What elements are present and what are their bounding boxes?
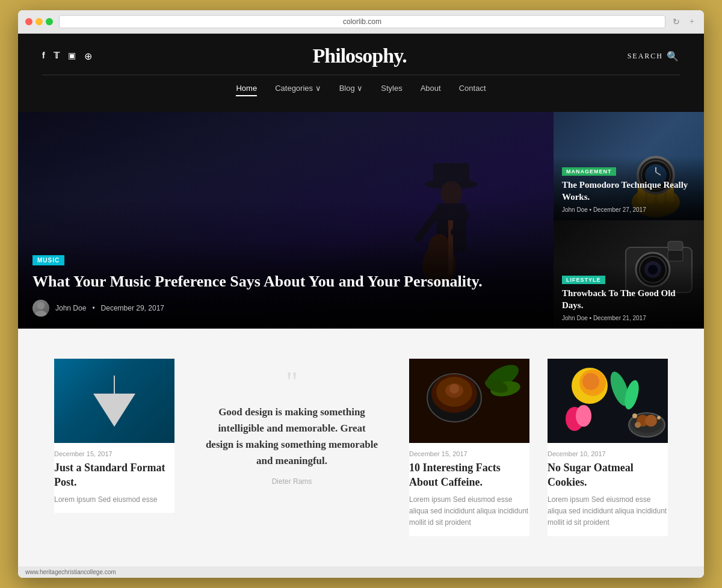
hero-main-card[interactable]: MUSIC What Your Music Preference Says Ab… — [18, 112, 554, 329]
side-card-1-title: The Pomodoro Technique Really Works. — [562, 179, 696, 203]
close-button[interactable] — [25, 18, 32, 25]
quote-mark-icon: " — [205, 371, 379, 394]
nav-home[interactable]: Home — [236, 81, 257, 96]
quote-text: Good design is making something intellig… — [205, 404, 379, 469]
browser-status-bar: www.heritagechristiancollege.com — [18, 566, 704, 578]
side-card-2-meta: John Doe • December 21, 2017 — [562, 315, 696, 321]
hero-overlay: MUSIC What Your Music Preference Says Ab… — [18, 242, 554, 329]
post-4-excerpt: Lorem ipsum Sed eiusmod esse aliqua sed … — [548, 494, 668, 529]
side-card-2-tag: LIFESTYLE — [562, 276, 605, 284]
post-3-date: December 15, 2017 — [409, 450, 529, 457]
post-3-excerpt: Lorem ipsum Sed eiusmod esse aliqua sed … — [409, 494, 529, 529]
nav-about[interactable]: About — [421, 81, 441, 96]
post-4-title[interactable]: No Sugar Oatmeal Cookies. — [548, 461, 668, 489]
quote-card: " Good design is making something intell… — [193, 359, 391, 498]
side-card-lifestyle[interactable]: LIFESTYLE Throwback To The Good Old Days… — [554, 220, 704, 329]
post-1-content: December 15, 2017 Just a Standard Format… — [54, 443, 174, 513]
author-avatar — [32, 300, 49, 317]
facebook-icon[interactable]: f — [42, 51, 45, 62]
new-tab-button[interactable]: + — [687, 17, 697, 26]
search-button[interactable]: SEARCH 🔍 — [628, 51, 680, 62]
maximize-button[interactable] — [46, 18, 53, 25]
side-card-1-overlay: MANAGEMENT The Pomodoro Technique Really… — [554, 158, 704, 220]
lamp-image — [54, 359, 174, 443]
nav-styles[interactable]: Styles — [381, 81, 402, 96]
instagram-icon[interactable]: ▣ — [68, 51, 76, 62]
search-icon: 🔍 — [667, 51, 680, 62]
search-label: SEARCH — [628, 52, 663, 61]
svg-point-10 — [35, 311, 47, 317]
content-section: December 15, 2017 Just a Standard Format… — [18, 329, 704, 566]
status-url: www.heritagechristiancollege.com — [25, 569, 116, 575]
post-4-date: December 10, 2017 — [548, 450, 668, 457]
side-card-2-overlay: LIFESTYLE Throwback To The Good Old Days… — [554, 266, 704, 329]
svg-point-9 — [37, 302, 45, 309]
content-grid: December 15, 2017 Just a Standard Format… — [54, 359, 668, 536]
site-title[interactable]: Philosophy. — [313, 45, 407, 67]
browser-chrome: colorlib.com ↻ + — [18, 10, 704, 34]
side-card-1-tag: MANAGEMENT — [562, 167, 616, 176]
hero-side-cards: MANAGEMENT The Pomodoro Technique Really… — [554, 112, 704, 329]
post-3-content: December 15, 2017 10 Interesting Facts A… — [409, 443, 529, 536]
nav-categories[interactable]: Categories ∨ — [275, 81, 321, 96]
nav-blog[interactable]: Blog ∨ — [339, 81, 363, 96]
svg-point-42 — [576, 405, 591, 427]
refresh-button[interactable]: ↻ — [671, 17, 681, 26]
minimize-button[interactable] — [35, 18, 43, 25]
browser-window: colorlib.com ↻ + f 𝕋 ▣ ⊕ Philosophy. SEA… — [18, 10, 704, 577]
hero-meta: John Doe • December 29, 2017 — [32, 300, 539, 317]
side-card-1-meta: John Doe • December 27, 2017 — [562, 206, 696, 213]
post-card-lamp[interactable]: December 15, 2017 Just a Standard Format… — [54, 359, 174, 513]
site-navigation: Home Categories ∨ Blog ∨ Styles About Co… — [42, 75, 680, 101]
side-card-2-title: Throwback To The Good Old Days. — [562, 288, 696, 311]
post-1-date: December 15, 2017 — [54, 450, 174, 457]
post-4-content: December 10, 2017 No Sugar Oatmeal Cooki… — [548, 443, 668, 536]
hero-category-tag[interactable]: MUSIC — [32, 255, 64, 265]
post-1-title[interactable]: Just a Standard Format Post. — [54, 461, 174, 489]
svg-point-49 — [632, 413, 637, 418]
svg-point-50 — [657, 416, 661, 419]
site-content: f 𝕋 ▣ ⊕ Philosophy. SEARCH 🔍 Home Catego… — [18, 34, 704, 566]
svg-point-51 — [635, 422, 641, 428]
hero-date: December 29, 2017 — [101, 304, 164, 312]
header-top: f 𝕋 ▣ ⊕ Philosophy. SEARCH 🔍 — [42, 45, 680, 67]
coffee-image — [409, 359, 529, 443]
nav-contact[interactable]: Contact — [459, 81, 486, 96]
quote-author: Dieter Rams — [205, 477, 379, 486]
post-card-flowers[interactable]: December 10, 2017 No Sugar Oatmeal Cooki… — [548, 359, 668, 536]
svg-point-33 — [449, 384, 459, 394]
twitter-icon[interactable]: 𝕋 — [54, 51, 60, 62]
site-header: f 𝕋 ▣ ⊕ Philosophy. SEARCH 🔍 Home Catego… — [18, 34, 704, 112]
svg-point-48 — [645, 415, 657, 427]
traffic-lights — [25, 18, 53, 25]
hero-dot: • — [92, 304, 94, 312]
hero-author: John Doe — [55, 304, 86, 312]
hero-title[interactable]: What Your Music Preference Says About Yo… — [32, 271, 539, 292]
post-3-title[interactable]: 10 Interesting Facts About Caffeine. — [409, 461, 529, 489]
pinterest-icon[interactable]: ⊕ — [84, 51, 92, 62]
social-icons: f 𝕋 ▣ ⊕ — [42, 51, 92, 62]
side-card-management[interactable]: MANAGEMENT The Pomodoro Technique Really… — [554, 112, 704, 220]
post-card-coffee[interactable]: December 15, 2017 10 Interesting Facts A… — [409, 359, 529, 536]
hero-section: MUSIC What Your Music Preference Says Ab… — [18, 112, 704, 329]
flowers-image — [548, 359, 668, 443]
post-1-excerpt: Lorem ipsum Sed eiusmod esse — [54, 494, 174, 506]
url-bar[interactable]: colorlib.com — [59, 15, 665, 28]
svg-point-40 — [582, 373, 599, 390]
lamp-icon — [93, 376, 135, 427]
